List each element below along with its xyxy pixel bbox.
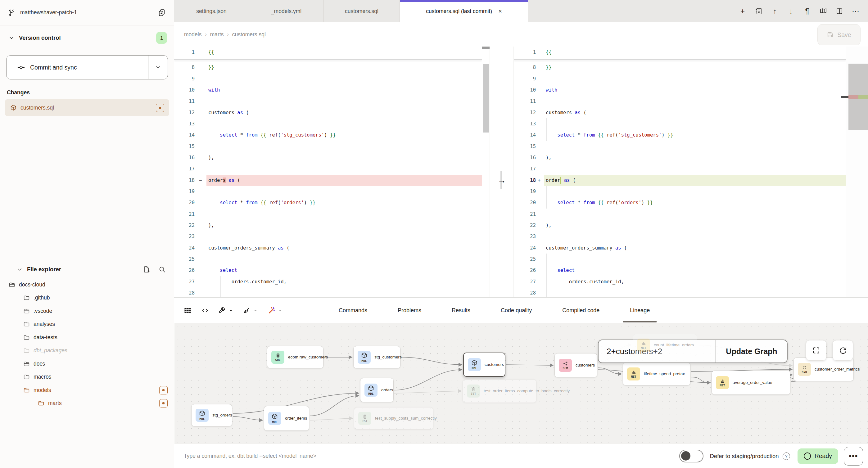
tree-item-docs-cloud[interactable]: docs-cloud (0, 278, 174, 291)
diff-overview-ruler[interactable] (846, 46, 868, 297)
code-line-18[interactable]: 18−orders as ( (174, 175, 482, 186)
code-line-27[interactable]: 27 orders.customer_id, (174, 276, 482, 287)
code-line-16[interactable]: 16), (514, 152, 846, 163)
split-view-icon[interactable] (831, 3, 847, 19)
new-file-icon[interactable] (143, 266, 150, 273)
save-button[interactable]: Save (817, 24, 861, 45)
lineage-node-lifetime-spend[interactable]: METlifetime_spend_pretax (623, 363, 690, 385)
search-icon[interactable] (158, 266, 166, 273)
lineage-node-order-items[interactable]: MDLorder_items (264, 406, 309, 431)
branch-name[interactable]: matthewshaver-patch-1 (20, 9, 158, 16)
merge-arrow-icon[interactable]: → (490, 175, 514, 186)
results-table-button[interactable] (183, 306, 192, 315)
build-button[interactable] (218, 307, 234, 314)
commit-options-dropdown[interactable] (148, 56, 168, 79)
code-line-22[interactable]: 22), (174, 220, 482, 231)
code-line-17[interactable]: 17 (174, 163, 482, 175)
code-line-20[interactable]: 20 select * from {{ ref('orders') }} (174, 197, 482, 208)
code-line-28[interactable]: 28 (174, 287, 482, 297)
breadcrumb-item[interactable]: marts (210, 31, 224, 38)
tree-item-docs[interactable]: docs (0, 357, 174, 371)
code-line-21[interactable]: 21 (174, 209, 482, 220)
diff-pane-current[interactable]: 1{{8}}910with1112customers as (1314 sele… (174, 46, 482, 297)
code-line-15[interactable]: 15 (174, 141, 482, 152)
commit-and-sync-button[interactable]: Commit and sync (6, 55, 168, 80)
notebook-icon[interactable] (751, 3, 767, 19)
lineage-node-customer-order-metrics[interactable]: SVQcustomer_order_metrics (794, 357, 854, 381)
fullscreen-button[interactable] (806, 340, 827, 361)
code-view-button[interactable] (201, 307, 209, 314)
map-icon[interactable] (815, 3, 831, 19)
tree-item--vscode[interactable]: .vscode (0, 305, 174, 318)
code-line-1[interactable]: 1{{ (174, 46, 482, 58)
help-icon[interactable]: ? (783, 453, 790, 460)
tab-settings-json[interactable]: settings.json (174, 0, 249, 22)
code-line-20[interactable]: 20 select * from {{ ref('orders') }} (514, 197, 846, 208)
code-line-1[interactable]: 1{{ (514, 46, 846, 58)
code-line-13[interactable]: 13 (514, 118, 846, 129)
lineage-node-customers-mdl[interactable]: MDLcustomers (463, 352, 505, 377)
tree-item-marts[interactable]: marts (0, 397, 174, 410)
panel-tab-code-quality[interactable]: Code quality (491, 298, 541, 323)
panel-tab-commands[interactable]: Commands (330, 298, 377, 323)
panel-tab-lineage[interactable]: Lineage (621, 298, 659, 323)
copy-icon[interactable] (158, 9, 166, 17)
code-line-27[interactable]: 27 orders.customer_id, (514, 276, 846, 287)
code-line-9[interactable]: 9 (514, 73, 846, 85)
tree-item-analyses[interactable]: analyses (0, 318, 174, 331)
code-line-17[interactable]: 17 (514, 163, 846, 175)
status-ready-badge[interactable]: Ready (798, 448, 838, 464)
tree-item-data-tests[interactable]: data-tests (0, 331, 174, 344)
ai-assist-button[interactable] (267, 306, 283, 314)
tree-item--github[interactable]: .github (0, 291, 174, 305)
panel-tab-problems[interactable]: Problems (389, 298, 431, 323)
code-line-28[interactable]: 28 (514, 287, 846, 297)
code-line-22[interactable]: 22), (514, 220, 846, 231)
code-line-16[interactable]: 16), (174, 152, 482, 163)
breadcrumb-item[interactable]: customers.sql (232, 31, 266, 38)
code-line-9[interactable]: 9 (174, 73, 482, 85)
tree-item-macros[interactable]: macros (0, 371, 174, 384)
lineage-node-count-lifetime[interactable]: METcount_lifetime_orders (633, 334, 697, 356)
code-line-8[interactable]: 8}} (174, 62, 482, 73)
more-options-button[interactable]: ••• (844, 447, 863, 466)
code-line-10[interactable]: 10with (174, 85, 482, 96)
code-line-14[interactable]: 14 select * from {{ ref('stg_customers')… (174, 129, 482, 141)
code-line-19[interactable]: 19 (514, 186, 846, 197)
code-line-26[interactable]: 26 select (514, 265, 846, 276)
lineage-node-test-supply[interactable]: TSTtest_supply_costs_sum_correctly (354, 407, 433, 430)
refresh-graph-button[interactable] (833, 340, 853, 361)
lineage-node-orders[interactable]: MDLorders (360, 378, 394, 402)
code-line-21[interactable]: 21 (514, 209, 846, 220)
editor-scrollbar[interactable] (482, 46, 490, 297)
file-explorer-header[interactable]: File explorer (8, 261, 166, 277)
tree-item-models[interactable]: models (0, 383, 174, 397)
code-line-24[interactable]: 24customer_orders_summary as ( (514, 242, 846, 254)
code-line-13[interactable]: 13 (174, 118, 482, 129)
code-line-11[interactable]: 11 (514, 96, 846, 107)
tab-customers-sql-last-commit-[interactable]: customers.sql (last commit)× (400, 0, 528, 22)
ellipsis-icon[interactable]: ⋯ (847, 3, 864, 19)
code-line-25[interactable]: 25 (174, 254, 482, 265)
lineage-node-average-order-value[interactable]: METaverage_order_value (712, 371, 790, 395)
code-line-23[interactable]: 23 (514, 231, 846, 242)
code-line-14[interactable]: 14 select * from {{ ref('stg_customers')… (514, 129, 846, 141)
arrow-down-icon[interactable]: ↓ (783, 3, 799, 19)
code-line-15[interactable]: 15 (514, 141, 846, 152)
arrow-up-icon[interactable]: ↑ (767, 3, 783, 19)
lineage-node-test-order-items[interactable]: TSTtest_order_items_compute_to_bools_cor… (463, 379, 536, 403)
tree-item-dbt-packages[interactable]: dbt_packages (0, 344, 174, 357)
code-line-23[interactable]: 23 (174, 231, 482, 242)
close-tab-icon[interactable]: × (498, 8, 502, 15)
pilcrow-icon[interactable]: ¶ (799, 3, 815, 19)
command-input[interactable]: Type a command, ex. dbt build --select <… (184, 453, 679, 459)
plus-icon[interactable]: + (735, 3, 751, 19)
code-line-8[interactable]: 8}} (514, 62, 846, 73)
code-line-25[interactable]: 25 (514, 254, 846, 265)
code-line-12[interactable]: 12customers as ( (514, 107, 846, 118)
breadcrumb-item[interactable]: models (184, 31, 202, 38)
tab--models-yml[interactable]: _models.yml (249, 0, 324, 22)
lineage-node-raw-customers[interactable]: SRCecom.raw_customers (267, 346, 323, 368)
code-line-18[interactable]: 18+order as ( (514, 175, 846, 186)
version-control-header[interactable]: Version control 1 (8, 30, 167, 45)
